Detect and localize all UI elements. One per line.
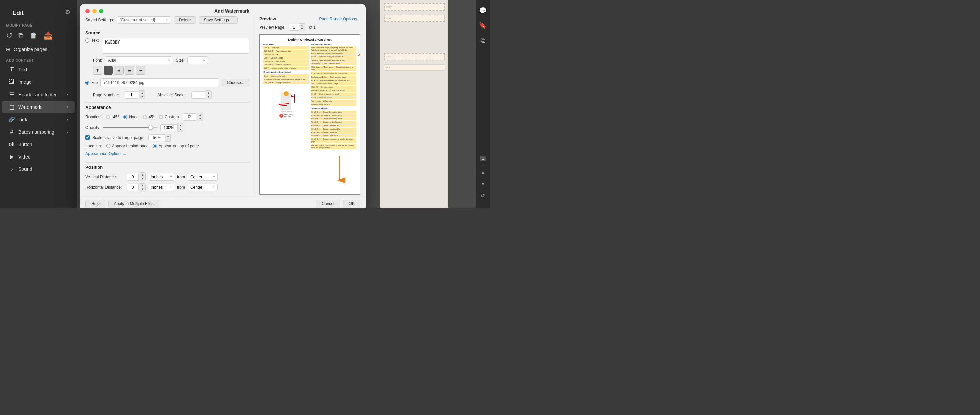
absolute-scale-up[interactable]: ▲ — [206, 91, 211, 95]
appearance-options-link[interactable]: Appearance Options... — [86, 151, 126, 156]
opacity-slider-thumb[interactable] — [148, 125, 153, 130]
page-range-options-link[interactable]: Page Range Options... — [319, 17, 360, 21]
sidebar-item-organize[interactable]: ⊞ Organize pages — [0, 44, 76, 54]
horizontal-from-label: from — [177, 185, 185, 190]
sidebar-item-watermark[interactable]: ◫ Watermark ▾ — [2, 101, 75, 113]
sidebar-item-bates[interactable]: # Bates numbering ▾ — [2, 126, 75, 138]
sidebar-item-sound[interactable]: ♪ Sound — [2, 163, 75, 175]
bold-text-icon[interactable]: T — [93, 66, 102, 75]
location-ontop-label[interactable]: Appear on top of page — [153, 143, 199, 148]
rotation-none-radio[interactable] — [123, 115, 127, 119]
file-input[interactable]: 7191119_3569284.jpg — [100, 78, 219, 87]
preview-page-down[interactable]: ▼ — [299, 27, 305, 30]
scroll-down-icon[interactable]: ▼ — [478, 179, 488, 189]
align-left-icon[interactable]: ≡ — [114, 66, 124, 75]
rotation-none-label[interactable]: None — [123, 114, 139, 119]
export-icon[interactable]: 📤 — [43, 31, 53, 40]
cancel-button[interactable]: Cancel — [316, 200, 340, 208]
file-radio-label[interactable]: File — [86, 80, 98, 85]
size-select[interactable] — [188, 56, 208, 64]
opacity-input[interactable] — [160, 124, 177, 131]
location-ontop-radio[interactable] — [153, 144, 157, 148]
rotation-45-label[interactable]: 45° — [143, 114, 155, 119]
rotation-45-radio[interactable] — [143, 115, 147, 119]
maximize-button[interactable] — [99, 9, 103, 13]
scale-up[interactable]: ▲ — [165, 134, 170, 138]
font-select[interactable]: Arial — [105, 56, 173, 64]
text-radio[interactable] — [86, 38, 89, 43]
rotation-neg45-radio[interactable] — [106, 115, 110, 119]
preview-page-input[interactable] — [288, 24, 299, 30]
choose-button[interactable]: Choose... — [222, 79, 250, 86]
bookmark-icon[interactable]: 🔖 — [478, 21, 488, 30]
page-number-up[interactable]: ▲ — [139, 91, 145, 95]
absolute-scale-down[interactable]: ▼ — [206, 95, 211, 99]
opacity-down[interactable]: ▼ — [178, 127, 183, 132]
opacity-up[interactable]: ▲ — [178, 124, 183, 127]
close-button[interactable] — [86, 9, 90, 13]
rotation-custom-label[interactable]: Custom — [159, 114, 179, 119]
saved-settings-select[interactable]: [Custom-not saved] — [117, 16, 171, 24]
refresh-icon[interactable]: ↺ — [478, 191, 488, 201]
preview-page-up[interactable]: ▲ — [299, 24, 305, 27]
absolute-scale-input[interactable] — [191, 91, 205, 99]
vertical-down[interactable]: ▼ — [140, 177, 145, 181]
gear-icon[interactable]: ⚙ — [65, 8, 70, 16]
scale-input[interactable] — [148, 134, 165, 141]
sidebar-item-link[interactable]: 🔗 Link ▾ — [2, 114, 75, 126]
rotation-custom-up[interactable]: ▲ — [197, 113, 203, 117]
vertical-up[interactable]: ▲ — [140, 173, 145, 177]
text-radio-label[interactable]: Text — [86, 38, 99, 43]
vertical-distance-input[interactable] — [127, 173, 139, 181]
ok-button[interactable]: OK — [343, 200, 360, 208]
location-behind-label[interactable]: Appear behind page — [106, 143, 149, 148]
sidebar-item-header-footer[interactable]: ☰ Header and footer ▾ — [2, 89, 75, 100]
horizontal-distance-label: Horizontal Distance: — [86, 185, 124, 190]
vertical-unit-select[interactable]: Inches Centimeters — [148, 173, 175, 181]
horizontal-from-select[interactable]: Center Left Right — [187, 184, 218, 191]
align-center-icon[interactable]: ☰ — [125, 66, 134, 75]
horizontal-down[interactable]: ▼ — [140, 188, 145, 191]
help-button[interactable]: Help — [86, 200, 105, 208]
sidebar-item-text[interactable]: T Text — [2, 64, 75, 76]
duplicate-icon[interactable]: ⧉ — [18, 31, 24, 40]
sidebar-item-image[interactable]: 🖼 Image — [2, 76, 75, 88]
sidebar-item-text-label: Text — [18, 67, 68, 72]
minimize-button[interactable] — [92, 9, 97, 13]
rotation-custom-down[interactable]: ▼ — [197, 117, 203, 121]
align-right-icon[interactable]: ≣ — [136, 66, 145, 75]
scale-down[interactable]: ▼ — [165, 138, 170, 141]
horizontal-up[interactable]: ▲ — [140, 184, 145, 188]
apply-multiple-button[interactable]: Apply to Multiple Files — [108, 200, 159, 208]
rotation-custom-input[interactable] — [183, 113, 196, 121]
sidebar-item-video[interactable]: ▶ Video — [2, 151, 75, 162]
horizontal-unit-select[interactable]: Inches Centimeters — [148, 184, 175, 191]
organize-icon: ⊞ — [6, 47, 10, 52]
sidebar-item-button[interactable]: ok Button — [2, 138, 75, 150]
modify-page-section-label: MODIFY PAGE — [0, 19, 76, 29]
horizontal-distance-input[interactable] — [127, 184, 139, 191]
source-section-title: Source — [86, 30, 250, 35]
opacity-label: Opacity: — [86, 125, 100, 130]
rotation-custom-radio[interactable] — [159, 115, 163, 119]
location-behind-radio[interactable] — [106, 144, 110, 148]
color-swatch-icon[interactable] — [104, 66, 113, 75]
location-label: Location: — [86, 143, 102, 148]
scroll-up-icon[interactable]: ▲ — [478, 167, 488, 178]
text-input[interactable]: KWEBBY — [102, 38, 250, 54]
undo-icon[interactable]: ↺ — [6, 31, 12, 40]
page-number-input[interactable] — [124, 91, 138, 99]
save-settings-button[interactable]: Save Settings... — [199, 16, 237, 24]
scale-checkbox-label[interactable]: Scale relative to target page — [86, 135, 143, 140]
preview-page-arrows: ▲ ▼ — [299, 24, 305, 31]
delete-button[interactable]: Delete — [174, 16, 196, 24]
file-radio[interactable] — [86, 81, 89, 85]
delete-icon[interactable]: 🗑 — [30, 31, 37, 40]
layers-icon[interactable]: ⧉ — [478, 35, 488, 46]
vertical-from-select[interactable]: Center Top Bottom — [187, 173, 218, 181]
chat-icon[interactable]: 💬 — [478, 5, 488, 16]
rotation-neg45-label[interactable]: -45° — [106, 114, 119, 119]
opacity-slider-track[interactable] — [103, 127, 158, 128]
scale-checkbox[interactable] — [86, 135, 90, 140]
page-number-down[interactable]: ▼ — [139, 95, 145, 99]
